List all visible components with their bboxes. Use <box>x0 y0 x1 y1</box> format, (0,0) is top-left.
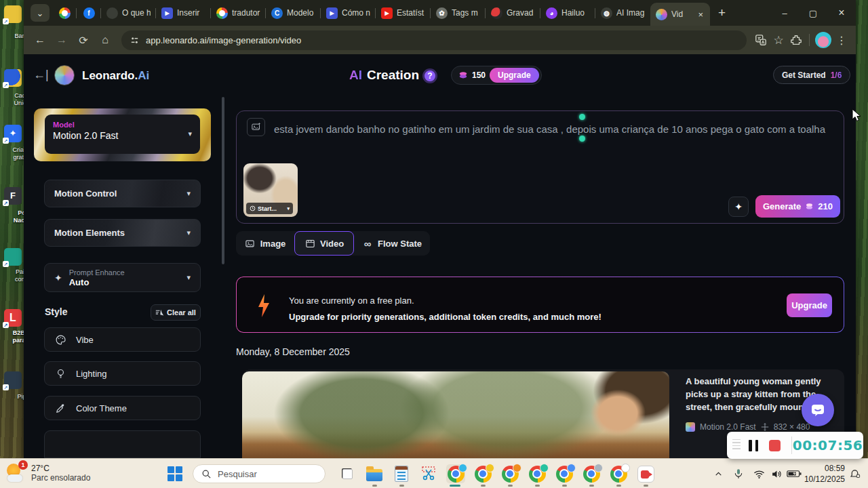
tab-search-button[interactable]: ⌄ <box>31 4 50 22</box>
weather-widget[interactable]: 1 27°C Parc ensolarado <box>5 462 90 483</box>
stop-recording-button[interactable] <box>769 440 781 451</box>
browser-menu-icon[interactable]: ⋮ <box>834 33 849 47</box>
desktop-icon-cada[interactable]: ↗Cada Único <box>4 69 22 87</box>
style-color-theme[interactable]: Color Theme <box>44 396 201 420</box>
desktop-icon-criar[interactable]: ✦↗Criar g gratuit <box>4 125 22 142</box>
forward-button[interactable]: → <box>52 30 71 49</box>
maximize-button[interactable]: ▢ <box>799 0 827 26</box>
prompt-enhance-selector[interactable]: ✦ Prompt Enhance Auto ▾ <box>44 263 201 292</box>
section-label: Motion Elements <box>54 228 186 238</box>
chrome-window[interactable] <box>473 464 492 483</box>
desktop-icon-pain[interactable]: ↗Pain contr <box>4 248 22 266</box>
drag-handle[interactable] <box>732 439 741 451</box>
volume-icon[interactable] <box>769 464 784 483</box>
chrome-window[interactable] <box>528 464 547 483</box>
recording-control-bar[interactable]: 00:07:56 <box>727 432 863 459</box>
desktop-icon-po[interactable]: F↗Po Nacio <box>4 187 22 205</box>
motion-control-section[interactable]: Motion Control ▾ <box>44 180 201 207</box>
wifi-icon[interactable] <box>751 464 766 483</box>
style-vibe[interactable]: Vibe <box>44 327 201 352</box>
chrome-window[interactable] <box>582 464 601 483</box>
leonardo-app: ←| Leonardo.Ai AICreation ? 150 Upgrade … <box>24 54 856 458</box>
tab-flow-state[interactable]: ∞ Flow State <box>354 231 430 256</box>
screen-recorder-button[interactable] <box>636 464 655 483</box>
tab-strip: ⌄ f O que h ▶Inserir tradutor CModelo ▶C… <box>24 0 856 26</box>
leonardo-logo[interactable] <box>54 65 75 85</box>
sidebar-scrollbar[interactable] <box>222 97 224 264</box>
windows-taskbar: 1 27°C Parc ensolarado Pesquisar <box>0 458 868 488</box>
tab-video[interactable]: Video <box>294 231 354 256</box>
minimize-button[interactable]: – <box>770 0 799 26</box>
translate-icon[interactable] <box>753 33 768 47</box>
back-button[interactable]: ← <box>31 30 50 49</box>
image-prompt-icon[interactable] <box>247 118 265 136</box>
reload-button[interactable]: ⟳ <box>74 30 93 49</box>
start-frame-thumbnail[interactable]: Start... ▾ <box>243 163 298 217</box>
start-button[interactable] <box>167 466 182 481</box>
motion-elements-section[interactable]: Motion Elements ▾ <box>44 219 201 247</box>
browser-tab[interactable]: Gravad <box>486 1 540 24</box>
site-info-icon[interactable] <box>130 35 140 45</box>
home-button[interactable]: ⌂ <box>96 30 115 49</box>
browser-tab[interactable]: CModelo <box>266 1 321 24</box>
browser-tab[interactable]: ✿Tags m <box>431 1 486 24</box>
task-view-button[interactable] <box>338 464 357 483</box>
support-chat-button[interactable] <box>802 394 834 426</box>
browser-tab[interactable]: O que h <box>101 1 156 24</box>
tab-image[interactable]: Image <box>236 231 294 256</box>
bookmark-star-icon[interactable]: ☆ <box>771 33 786 47</box>
generated-video-thumbnail[interactable] <box>242 371 669 458</box>
file-explorer-button[interactable] <box>365 464 384 483</box>
browser-tab[interactable]: ▶Inserir <box>156 1 211 24</box>
browser-tab-active[interactable]: Vid× <box>650 3 710 26</box>
profile-avatar[interactable] <box>815 32 831 48</box>
brand-name[interactable]: Leonardo.Ai <box>82 69 149 83</box>
taskbar-search[interactable]: Pesquisar <box>193 464 326 483</box>
app-back-button[interactable]: ←| <box>33 68 49 82</box>
notification-bell-icon[interactable] <box>846 464 863 483</box>
chrome-window[interactable] <box>609 464 628 483</box>
browser-tab[interactable]: ▶Estatíst <box>376 1 431 24</box>
start-frame-selector[interactable]: Start... ▾ <box>246 203 293 214</box>
generation-resolution: 832 × 480 <box>774 422 810 432</box>
chrome-window[interactable] <box>555 464 574 483</box>
browser-tab[interactable]: ◕Hailuo <box>540 1 595 24</box>
address-bar[interactable]: app.leonardo.ai/image-generation/video <box>121 30 747 50</box>
new-tab-button[interactable]: + <box>710 5 734 20</box>
pause-recording-button[interactable] <box>749 440 758 451</box>
prompt-text[interactable]: esta jovem dando banho no gatinho em um … <box>274 121 831 137</box>
tray-clock[interactable]: 08:59 10/12/2025 <box>799 463 845 485</box>
get-started-button[interactable]: Get Started 1/6 <box>773 66 850 84</box>
chrome-window[interactable] <box>500 464 519 483</box>
tab-close-icon[interactable]: × <box>696 9 705 20</box>
browser-tab[interactable]: ◍AI Imag <box>595 1 650 24</box>
extensions-icon[interactable] <box>789 33 804 47</box>
style-lighting[interactable]: Lighting <box>44 361 201 386</box>
desktop-icon-band[interactable]: ↗Band <box>4 5 22 23</box>
model-card[interactable]: Model Motion 2.0 Fast ▾ <box>45 115 200 154</box>
banner-upgrade-button[interactable]: Upgrade <box>787 293 832 317</box>
token-balance[interactable]: 150 Upgrade <box>451 66 542 85</box>
generate-button[interactable]: Generate 210 <box>755 195 840 218</box>
snipping-tool-button[interactable] <box>419 464 438 483</box>
prompt-box[interactable]: esta jovem dando banho no gatinho em um … <box>236 110 844 224</box>
style-partial-card[interactable] <box>44 430 201 458</box>
selection-handle-bottom[interactable] <box>579 136 585 142</box>
notepad-button[interactable] <box>392 464 411 483</box>
close-window-button[interactable]: × <box>827 0 856 26</box>
browser-tab[interactable]: tradutor <box>211 1 266 24</box>
browser-tab[interactable]: ▶Cómo n <box>321 1 376 24</box>
upgrade-button[interactable]: Upgrade <box>490 68 539 83</box>
desktop-icon-b2b[interactable]: L↗B2B E para n <box>4 309 22 327</box>
enhance-prompt-button[interactable]: ✦ <box>728 197 749 217</box>
help-button[interactable]: ? <box>422 68 437 83</box>
tray-chevron-up[interactable] <box>711 464 726 483</box>
desktop-icon-pip[interactable]: ↗Pip <box>4 371 22 389</box>
chrome-window-active[interactable] <box>446 464 465 483</box>
clear-all-button[interactable]: Clear all <box>151 304 201 321</box>
model-selector[interactable]: Model Motion 2.0 Fast ▾ <box>34 108 211 161</box>
browser-tab-google[interactable] <box>52 1 77 24</box>
browser-tab-facebook[interactable]: f <box>77 1 101 24</box>
microphone-icon[interactable] <box>731 464 746 483</box>
selection-handle-top[interactable] <box>579 114 585 120</box>
